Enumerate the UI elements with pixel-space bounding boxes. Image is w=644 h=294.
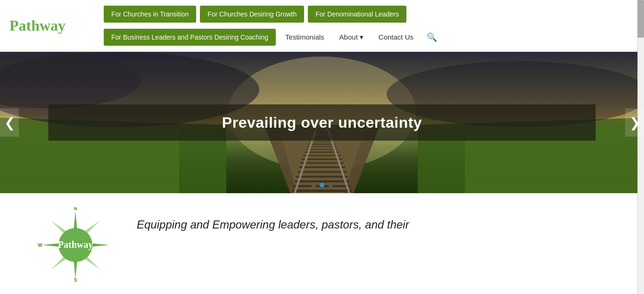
chevron-right-icon: ❯ — [629, 115, 640, 131]
nav-btn-denominational-leaders[interactable]: For Denominational Leaders — [308, 6, 406, 23]
nav-area: For Churches in Transition For Churches … — [104, 3, 635, 49]
svg-text:S: S — [74, 278, 77, 283]
tagline: Equipping and Empowering leaders, pastor… — [137, 217, 616, 233]
scrollbar-thumb[interactable] — [637, 0, 644, 38]
carousel-dot-2[interactable] — [320, 183, 324, 188]
hero-headline: Prevailing over uncertainty — [222, 114, 422, 131]
scrollbar[interactable] — [637, 0, 644, 294]
logo-text[interactable]: Pathway — [9, 17, 66, 34]
content-area: N S W Pathway Equipping and Empowering l… — [0, 193, 644, 294]
header: Pathway For Churches in Transition For C… — [0, 0, 644, 52]
nav-link-testimonials[interactable]: Testimonials — [280, 29, 330, 45]
nav-row-2: For Business Leaders and Pastors Desirin… — [104, 25, 635, 49]
carousel-dot-3[interactable] — [328, 183, 333, 188]
about-label: About — [339, 33, 358, 41]
svg-text:W: W — [38, 243, 42, 248]
hero-carousel: ❮ Prevailing over uncertainty ❯ — [0, 52, 644, 193]
search-button[interactable]: 🔍 — [423, 28, 441, 46]
content-text: Equipping and Empowering leaders, pastor… — [137, 207, 616, 233]
nav-btn-business-coaching[interactable]: For Business Leaders and Pastors Desirin… — [104, 29, 276, 46]
nav-row-1: For Churches in Transition For Churches … — [104, 3, 635, 25]
logo-area: Pathway — [9, 12, 104, 39]
chevron-left-icon: ❮ — [4, 115, 15, 131]
nav-btn-churches-transition[interactable]: For Churches in Transition — [104, 6, 196, 23]
nav-link-contact[interactable]: Contact Us — [373, 29, 419, 45]
svg-text:N: N — [74, 207, 77, 211]
nav-btn-churches-growth[interactable]: For Churches Desiring Growth — [200, 6, 304, 23]
hero-banner: Prevailing over uncertainty — [48, 105, 595, 141]
carousel-prev-button[interactable]: ❮ — [0, 108, 19, 137]
compass-logo: N S W Pathway — [28, 207, 123, 283]
carousel-indicators — [311, 183, 333, 188]
chevron-down-icon: ▾ — [360, 33, 363, 41]
carousel-next-button[interactable]: ❯ — [625, 108, 644, 137]
compass-svg: N S W Pathway — [38, 207, 113, 283]
nav-link-about[interactable]: About ▾ — [334, 29, 369, 45]
svg-text:Pathway: Pathway — [58, 239, 93, 250]
carousel-dot-1[interactable] — [311, 183, 316, 188]
search-icon: 🔍 — [427, 33, 437, 42]
